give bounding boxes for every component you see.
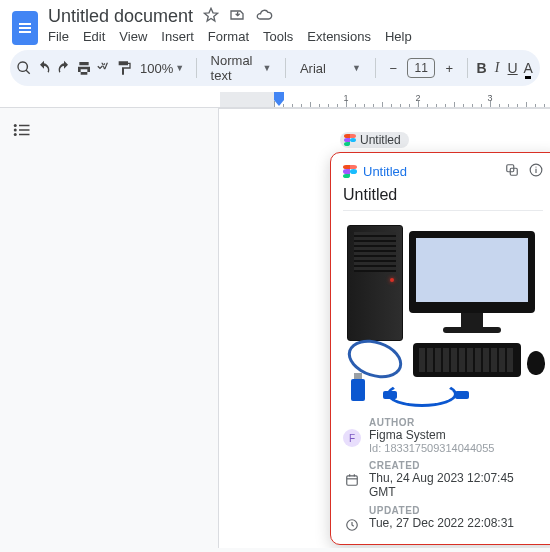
star-icon[interactable]: [203, 7, 219, 26]
author-id: Id: 1833175093140440​55: [369, 442, 494, 454]
updated-value: Tue, 27 Dec 2022 22:08:31: [369, 516, 514, 530]
menu-help[interactable]: Help: [385, 29, 412, 44]
outline-rail: [0, 108, 42, 548]
author-avatar-icon: F: [343, 429, 361, 447]
increase-font-size-button[interactable]: +: [439, 58, 459, 78]
svg-rect-12: [347, 476, 358, 485]
figma-icon: [344, 134, 356, 146]
toolbar: 100%▼ Normal text▼ Arial▼ − 11 + B I U A: [10, 50, 540, 86]
figma-preview-image: [343, 219, 543, 409]
clock-icon: [343, 516, 361, 534]
horizontal-ruler[interactable]: 1234567: [0, 92, 550, 108]
styles-value: Normal text: [211, 53, 253, 83]
menu-edit[interactable]: Edit: [83, 29, 105, 44]
document-title[interactable]: Untitled document: [48, 6, 193, 27]
document-area: Untitled Untitled Untitled: [42, 108, 550, 548]
font-size-input[interactable]: 11: [407, 58, 435, 78]
spellcheck-icon[interactable]: [96, 55, 112, 81]
show-outline-icon[interactable]: [10, 118, 34, 142]
figma-icon: [343, 165, 357, 179]
info-icon[interactable]: [529, 163, 543, 180]
chip-label: Untitled: [360, 133, 401, 147]
print-icon[interactable]: [76, 55, 92, 81]
popover-title: Untitled: [343, 186, 543, 204]
move-icon[interactable]: [229, 7, 245, 26]
title-actions: [203, 7, 273, 26]
svg-rect-6: [19, 134, 30, 136]
svg-point-3: [14, 129, 17, 132]
app-header: Untitled document File Edit View: [0, 0, 550, 108]
undo-icon[interactable]: [36, 55, 52, 81]
menu-insert[interactable]: Insert: [161, 29, 194, 44]
menu-extensions[interactable]: Extensions: [307, 29, 371, 44]
figma-smart-chip[interactable]: Untitled: [340, 132, 409, 148]
created-value: Thu, 24 Aug 2023 12:07:45 GMT: [369, 471, 543, 499]
figma-file-link[interactable]: Untitled: [363, 164, 407, 179]
calendar-icon: [343, 471, 361, 489]
updated-label: UPDATED: [369, 505, 514, 516]
paint-format-icon[interactable]: [116, 55, 132, 81]
figma-preview-popover: Untitled Untitled: [330, 152, 550, 545]
zoom-dropdown[interactable]: 100%▼: [136, 61, 188, 76]
zoom-value: 100%: [140, 61, 173, 76]
workspace: Untitled Untitled Untitled: [0, 108, 550, 548]
styles-dropdown[interactable]: Normal text▼: [205, 55, 278, 81]
italic-button[interactable]: I: [491, 55, 503, 81]
underline-button[interactable]: U: [507, 55, 519, 81]
author-label: AUTHOR: [369, 417, 494, 428]
menu-view[interactable]: View: [119, 29, 147, 44]
redo-icon[interactable]: [56, 55, 72, 81]
menu-format[interactable]: Format: [208, 29, 249, 44]
decrease-font-size-button[interactable]: −: [383, 58, 403, 78]
copy-link-icon[interactable]: [505, 163, 519, 180]
bold-button[interactable]: B: [476, 55, 488, 81]
search-menus-icon[interactable]: [16, 55, 32, 81]
text-color-button[interactable]: A: [522, 55, 534, 81]
font-dropdown[interactable]: Arial▼: [294, 55, 367, 81]
menu-tools[interactable]: Tools: [263, 29, 293, 44]
svg-rect-4: [19, 129, 30, 131]
menu-file[interactable]: File: [48, 29, 69, 44]
svg-point-11: [535, 167, 536, 168]
cloud-status-icon[interactable]: [255, 7, 273, 26]
docs-logo-icon[interactable]: [12, 11, 38, 45]
font-size-control: − 11 +: [383, 58, 459, 78]
svg-rect-2: [19, 125, 30, 127]
svg-point-5: [14, 133, 17, 136]
font-value: Arial: [300, 61, 326, 76]
created-label: CREATED: [369, 460, 543, 471]
svg-rect-0: [274, 92, 284, 100]
title-bar: Untitled document File Edit View: [0, 0, 550, 50]
menu-bar: File Edit View Insert Format Tools Exten…: [48, 27, 424, 50]
author-name: Figma System: [369, 428, 494, 442]
svg-point-1: [14, 124, 17, 127]
popover-metadata: F AUTHOR Figma System Id: 18331750931404…: [343, 417, 543, 534]
